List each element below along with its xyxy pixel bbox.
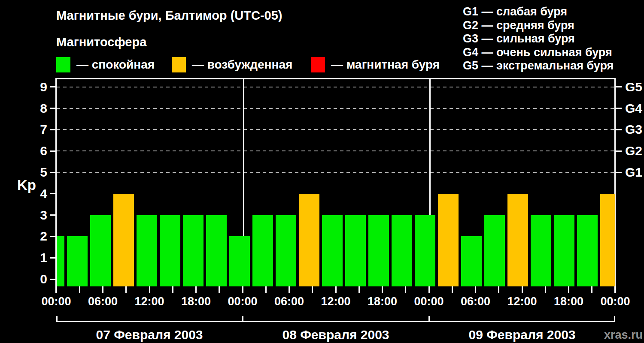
y-axis-tick xyxy=(50,172,57,173)
kp-bar xyxy=(276,215,296,286)
g-scale-line-g3: G3 — сильная буря xyxy=(463,32,614,46)
kp-bar xyxy=(67,236,88,286)
x-axis-tick xyxy=(498,286,499,293)
right-axis-label: G4 xyxy=(625,102,644,115)
x-axis-tick xyxy=(289,286,290,293)
x-axis-tick-label: 06:00 xyxy=(450,295,501,308)
kp-bar xyxy=(507,194,528,286)
kp-bar xyxy=(392,215,412,286)
x-axis-tick xyxy=(475,286,476,293)
x-axis-tick-label: 00:00 xyxy=(403,295,455,308)
kp-bar xyxy=(206,215,227,286)
y-axis-tick xyxy=(50,193,57,194)
chart-subtitle: Магнитосфера xyxy=(56,35,146,49)
kp-bar xyxy=(461,236,482,286)
x-axis-tick xyxy=(568,286,569,293)
date-bracket-tick xyxy=(56,316,58,322)
right-axis-tick xyxy=(615,108,622,109)
kp-bar xyxy=(160,215,180,286)
right-axis-label: G3 xyxy=(625,123,644,136)
dashed-gridline xyxy=(57,150,615,151)
dashed-gridline xyxy=(57,108,615,109)
x-axis-tick xyxy=(522,286,523,293)
date-bracket-line xyxy=(56,321,615,322)
x-axis-tick-label: 00:00 xyxy=(589,295,641,308)
kp-bar xyxy=(554,215,574,286)
x-axis-tick xyxy=(149,286,150,293)
date-bracket-tick xyxy=(614,316,615,322)
y-axis-tick-label: 0 xyxy=(21,272,47,286)
plot-area xyxy=(57,79,615,286)
x-axis-tick xyxy=(312,286,313,293)
legend-swatch-excited xyxy=(172,57,186,72)
x-axis-tick-label: 18:00 xyxy=(170,295,222,308)
right-axis-label: G2 xyxy=(625,144,644,158)
x-axis-tick xyxy=(219,286,220,293)
dashed-gridline xyxy=(57,129,615,130)
x-axis-tick xyxy=(591,286,592,293)
right-axis-tick xyxy=(615,150,622,152)
x-axis-tick xyxy=(125,286,127,293)
y-axis-tick xyxy=(50,236,57,237)
kp-bar xyxy=(484,215,505,286)
y-axis-tick-label: 9 xyxy=(21,80,47,94)
x-axis-tick xyxy=(56,286,57,293)
g-scale-line-g2: G2 — средняя буря xyxy=(463,19,614,33)
x-axis-tick xyxy=(79,286,80,293)
y-axis-tick xyxy=(50,257,57,259)
right-axis-label: G5 xyxy=(625,80,644,94)
x-axis-tick-label: 12:00 xyxy=(124,295,175,308)
right-axis-label: G1 xyxy=(625,165,644,179)
right-axis-tick xyxy=(615,172,622,173)
legend-swatch-quiet xyxy=(56,57,70,72)
kp-bar xyxy=(577,215,598,286)
date-bracket-tick xyxy=(428,316,430,322)
x-axis-tick xyxy=(545,286,546,293)
watermark: xras.ru xyxy=(571,328,643,342)
legend-label-quiet: — спокойная xyxy=(76,57,155,72)
y-axis-tick-label: 5 xyxy=(21,165,47,179)
x-axis-tick xyxy=(615,286,616,293)
x-axis-tick xyxy=(172,286,173,293)
y-axis-tick xyxy=(50,279,57,280)
x-axis-tick-label: 12:00 xyxy=(310,295,361,308)
y-axis-tick-label: 2 xyxy=(21,229,47,243)
right-axis-tick xyxy=(615,86,622,87)
legend-label-storm: — магнитная буря xyxy=(331,57,440,72)
x-axis-tick xyxy=(452,286,453,293)
y-axis-tick xyxy=(50,129,57,130)
magnetic-storm-chart: Магнитные бури, Балтимор (UTC-05) Магнит… xyxy=(0,0,644,343)
legend-swatch-storm xyxy=(311,57,325,72)
chart-title: Магнитные бури, Балтимор (UTC-05) xyxy=(56,9,282,23)
kp-bar xyxy=(90,215,111,286)
dashed-gridline xyxy=(57,87,615,87)
x-axis-tick xyxy=(242,286,243,293)
x-axis-tick-label: 00:00 xyxy=(217,295,268,308)
legend-label-excited: — возбужденная xyxy=(192,57,292,72)
x-axis-tick-label: 06:00 xyxy=(264,295,315,308)
date-label-day1: 07 Февраля 2003 xyxy=(64,328,235,342)
date-label-day2: 08 Февраля 2003 xyxy=(250,328,422,342)
kp-bar xyxy=(57,236,64,286)
kp-bar xyxy=(368,215,389,286)
kp-bar xyxy=(137,215,157,286)
x-axis-tick-label: 06:00 xyxy=(77,295,129,308)
kp-bar xyxy=(531,215,551,286)
y-axis-tick xyxy=(50,86,57,87)
x-axis-tick xyxy=(358,286,360,293)
y-axis-tick-label: 3 xyxy=(21,208,47,222)
g-scale-line-g1: G1 — слабая буря xyxy=(463,5,614,19)
kp-bar xyxy=(438,194,459,286)
right-axis-tick xyxy=(615,129,622,130)
x-axis-tick xyxy=(335,286,337,293)
y-axis-tick-label: 6 xyxy=(21,144,47,158)
x-axis-tick xyxy=(428,286,430,293)
y-axis-tick xyxy=(50,214,57,216)
x-axis-tick xyxy=(195,286,197,293)
x-axis-tick-label: 00:00 xyxy=(30,295,82,308)
kp-bar xyxy=(229,236,250,286)
g-scale-legend: G1 — слабая буря G2 — средняя буря G3 — … xyxy=(463,5,614,73)
x-axis-tick xyxy=(382,286,383,293)
y-axis-tick-label: 1 xyxy=(21,251,47,265)
kp-bar xyxy=(183,215,204,286)
